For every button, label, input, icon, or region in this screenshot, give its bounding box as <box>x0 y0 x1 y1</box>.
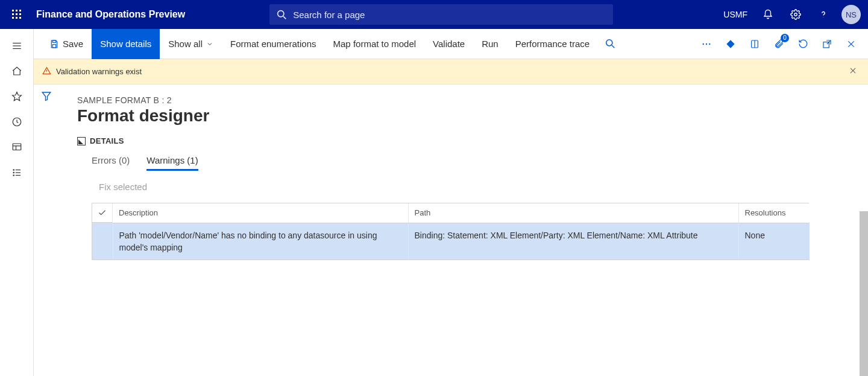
breadcrumb: SAMPLE FORMAT B : 2 <box>77 95 850 105</box>
content: SAMPLE FORMAT B : 2 Format designer DETA… <box>59 84 868 376</box>
tab-warnings[interactable]: Warnings (1) <box>146 155 198 171</box>
show-all-label: Show all <box>168 39 203 49</box>
svg-point-32 <box>706 43 707 44</box>
collapse-icon <box>77 137 86 145</box>
save-button[interactable]: Save <box>41 29 92 59</box>
help-icon[interactable] <box>811 0 835 29</box>
header-path[interactable]: Path <box>408 203 738 223</box>
tab-errors[interactable]: Errors (0) <box>92 155 130 171</box>
svg-rect-27 <box>52 40 55 42</box>
svg-line-10 <box>283 16 286 19</box>
office-icon[interactable] <box>743 29 767 59</box>
filter-icon[interactable] <box>41 91 52 376</box>
settings-icon[interactable] <box>784 0 808 29</box>
svg-point-25 <box>13 175 14 176</box>
workspaces-icon[interactable] <box>2 135 31 159</box>
notifications-icon[interactable] <box>756 0 780 29</box>
svg-line-30 <box>612 45 614 48</box>
map-format-button[interactable]: Map format to model <box>325 29 425 59</box>
svg-point-9 <box>278 10 284 16</box>
banner-message: Validation warnings exist <box>56 67 142 76</box>
cell-description: Path 'model/Vendor/Name' has no binding … <box>113 223 408 260</box>
refresh-icon[interactable] <box>791 29 815 59</box>
banner-close-icon[interactable] <box>846 64 860 79</box>
page-title: Format designer <box>77 106 850 126</box>
warnings-table: Description Path Resolutions Path 'model… <box>92 203 809 260</box>
svg-rect-1 <box>16 10 17 11</box>
toolbar: Save Show details Show all Format enumer… <box>34 29 868 59</box>
search-box[interactable] <box>269 4 613 25</box>
run-label: Run <box>482 39 498 49</box>
options-icon[interactable] <box>719 29 743 59</box>
svg-rect-3 <box>12 13 14 15</box>
avatar[interactable]: NS <box>841 5 861 24</box>
header-description[interactable]: Description <box>113 203 408 223</box>
svg-rect-7 <box>16 17 17 19</box>
svg-rect-8 <box>19 17 21 19</box>
warning-icon <box>42 66 51 77</box>
validation-banner: Validation warnings exist <box>34 59 868 84</box>
close-icon[interactable] <box>839 29 863 59</box>
more-icon[interactable] <box>694 29 719 59</box>
format-enumerations-button[interactable]: Format enumerations <box>222 29 325 59</box>
search-input[interactable] <box>293 10 606 20</box>
checkmark-icon <box>98 208 107 217</box>
save-icon <box>49 39 59 49</box>
table-header: Description Path Resolutions <box>92 203 810 223</box>
show-details-label: Show details <box>100 39 151 49</box>
fix-selected-button: Fix selected <box>99 182 850 192</box>
modules-icon[interactable] <box>2 161 31 185</box>
toolbar-search-icon[interactable] <box>598 29 622 59</box>
svg-rect-0 <box>12 10 14 11</box>
vertical-scrollbar[interactable] <box>860 211 868 376</box>
attachments-badge: 0 <box>781 34 789 42</box>
popout-icon[interactable] <box>815 29 839 59</box>
app-launcher-icon[interactable] <box>5 0 29 29</box>
svg-rect-6 <box>12 17 14 19</box>
svg-point-31 <box>703 43 704 44</box>
performance-trace-label: Performance trace <box>515 39 590 49</box>
show-all-button[interactable]: Show all <box>160 29 222 59</box>
header-resolutions[interactable]: Resolutions <box>738 203 810 223</box>
cell-resolutions: None <box>738 223 810 260</box>
recent-icon[interactable] <box>2 110 31 134</box>
home-icon[interactable] <box>2 59 31 83</box>
app-title: Finance and Operations Preview <box>36 9 185 20</box>
row-selector[interactable] <box>92 223 113 260</box>
svg-rect-18 <box>13 144 21 150</box>
svg-rect-5 <box>19 13 21 15</box>
scrollbar-thumb[interactable] <box>860 211 868 376</box>
svg-rect-4 <box>16 13 17 15</box>
format-enumerations-label: Format enumerations <box>230 39 316 49</box>
table-row[interactable]: Path 'model/Vendor/Name' has no binding … <box>92 223 810 260</box>
svg-rect-28 <box>52 44 55 47</box>
run-button[interactable]: Run <box>473 29 507 59</box>
company-label[interactable]: USMF <box>723 10 747 19</box>
svg-point-33 <box>709 43 710 44</box>
svg-rect-2 <box>19 10 21 11</box>
tabs: Errors (0) Warnings (1) <box>92 155 850 171</box>
svg-marker-34 <box>726 40 734 48</box>
chevron-down-icon <box>206 40 213 48</box>
navrail <box>0 29 34 376</box>
show-details-button[interactable]: Show details <box>92 29 160 59</box>
svg-point-29 <box>606 40 612 46</box>
svg-point-11 <box>794 13 797 16</box>
svg-point-23 <box>13 172 14 173</box>
performance-trace-button[interactable]: Performance trace <box>507 29 598 59</box>
save-label: Save <box>63 39 83 49</box>
validate-button[interactable]: Validate <box>424 29 473 59</box>
search-icon <box>277 10 287 20</box>
svg-point-21 <box>13 170 14 171</box>
topbar: Finance and Operations Preview USMF <box>0 0 868 29</box>
map-format-label: Map format to model <box>333 39 417 49</box>
details-section-toggle[interactable]: DETAILS <box>77 136 850 145</box>
favorites-icon[interactable] <box>2 84 31 109</box>
select-all-header[interactable] <box>92 203 113 223</box>
hamburger-icon[interactable] <box>2 34 31 58</box>
validate-label: Validate <box>433 39 465 49</box>
attachments-icon[interactable]: 0 <box>767 29 791 59</box>
cell-path: Binding: Statement: XML Element/Party: X… <box>408 223 738 260</box>
svg-marker-16 <box>12 92 21 101</box>
svg-marker-46 <box>42 92 51 101</box>
